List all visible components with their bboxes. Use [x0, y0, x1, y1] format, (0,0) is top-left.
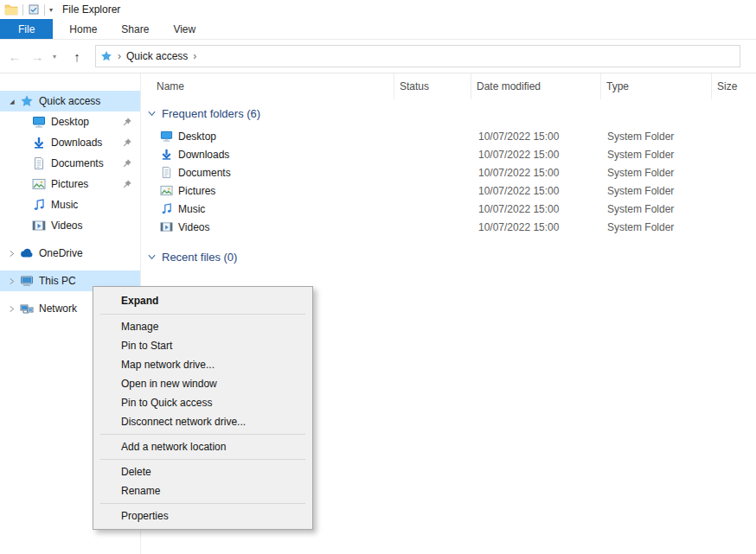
breadcrumb-chevron-icon[interactable]: › — [193, 50, 196, 62]
file-row-music[interactable]: Music10/07/2022 15:00System Folder — [141, 200, 756, 218]
column-header-type[interactable]: Type — [601, 73, 712, 99]
context-menu-item-expand[interactable]: Expand — [93, 290, 312, 311]
file-row-desktop[interactable]: Desktop10/07/2022 15:00System Folder — [141, 127, 756, 145]
sidebar-item-documents[interactable]: Documents — [0, 153, 140, 174]
recent-locations-dropdown-icon[interactable]: ▾ — [48, 53, 61, 60]
column-header-size[interactable]: Size — [712, 73, 756, 99]
network-icon — [20, 302, 34, 315]
cell-date: 10/07/2022 15:00 — [473, 131, 602, 143]
cell-name: Pictures — [141, 184, 397, 197]
chevron-collapsed-icon[interactable] — [6, 276, 16, 286]
tab-file[interactable]: File — [0, 19, 53, 39]
chevron-placeholder — [18, 179, 29, 189]
file-explorer-app-icon — [4, 3, 18, 16]
chevron-collapsed-icon[interactable] — [6, 248, 16, 258]
pictures-icon — [160, 184, 173, 197]
context-menu: ExpandManagePin to StartMap network driv… — [93, 286, 313, 530]
address-bar: ← → ▾ ↑ › Quick access › — [0, 40, 756, 73]
videos-icon — [32, 219, 46, 232]
sidebar-item-onedrive[interactable]: OneDrive — [0, 243, 140, 264]
context-menu-item-add-a-network-location[interactable]: Add a network location — [93, 437, 312, 456]
quick-access-icon — [100, 50, 112, 62]
column-header-date-modified[interactable]: Date modified — [471, 73, 601, 99]
desktop-icon — [160, 130, 173, 143]
up-button[interactable]: ↑ — [66, 49, 88, 64]
documents-icon — [32, 156, 46, 170]
breadcrumb-chevron-icon[interactable]: › — [118, 50, 121, 62]
group-collapse-icon[interactable] — [147, 109, 157, 118]
context-menu-item-map-network-drive[interactable]: Map network drive... — [93, 355, 312, 374]
context-menu-item-delete[interactable]: Delete — [93, 462, 312, 481]
group-header-frequent-folders[interactable]: Frequent folders (6) — [141, 99, 756, 127]
context-menu-item-open-in-new-window[interactable]: Open in new window — [93, 374, 312, 393]
pin-icon — [122, 158, 132, 169]
chevron-placeholder — [18, 117, 29, 127]
file-row-documents[interactable]: Documents10/07/2022 15:00System Folder — [141, 163, 756, 181]
file-rows: Desktop10/07/2022 15:00System FolderDown… — [141, 127, 756, 236]
downloads-icon — [160, 148, 173, 161]
desktop-icon — [32, 115, 46, 129]
music-icon — [160, 202, 173, 215]
column-header-status[interactable]: Status — [394, 73, 471, 99]
context-menu-item-properties[interactable]: Properties — [93, 506, 312, 525]
sidebar-item-label: Videos — [51, 220, 140, 232]
cell-type: System Folder — [602, 203, 712, 215]
chevron-placeholder — [18, 220, 29, 231]
column-headers: NameStatusDate modifiedTypeSize — [141, 73, 756, 99]
forward-button[interactable]: → — [26, 49, 48, 64]
cell-date: 10/07/2022 15:00 — [473, 185, 602, 197]
sidebar-item-quick-access[interactable]: Quick access — [0, 91, 140, 111]
file-row-pictures[interactable]: Pictures10/07/2022 15:00System Folder — [141, 181, 756, 200]
file-row-downloads[interactable]: Downloads10/07/2022 15:00System Folder — [141, 145, 756, 163]
context-menu-item-pin-to-quick-access[interactable]: Pin to Quick access — [93, 393, 312, 412]
sidebar-item-label: Quick access — [39, 95, 140, 107]
cell-type: System Folder — [602, 167, 712, 179]
pin-icon — [122, 179, 132, 189]
cell-name: Desktop — [141, 130, 397, 143]
videos-icon — [160, 220, 173, 233]
file-name: Pictures — [178, 185, 215, 197]
menu-separator — [100, 434, 305, 435]
cell-name: Downloads — [141, 148, 397, 161]
file-name: Downloads — [178, 149, 229, 161]
back-button[interactable]: ← — [3, 49, 26, 64]
sidebar-item-music[interactable]: Music — [0, 194, 140, 215]
column-header-name[interactable]: Name — [141, 73, 394, 99]
chevron-expanded-icon[interactable] — [6, 96, 16, 106]
context-menu-item-disconnect-network-drive[interactable]: Disconnect network drive... — [93, 412, 312, 431]
sidebar-item-label: This PC — [39, 275, 140, 287]
sidebar-item-label: OneDrive — [39, 247, 140, 259]
context-menu-item-manage[interactable]: Manage — [93, 317, 312, 336]
chevron-collapsed-icon[interactable] — [6, 303, 16, 314]
properties-button[interactable] — [28, 3, 40, 16]
cell-name: Videos — [141, 220, 397, 233]
toolbar-divider — [22, 4, 23, 16]
group-label: Recent files (0) — [162, 251, 237, 264]
group-header-recent-files[interactable]: Recent files (0) — [141, 243, 756, 271]
sidebar-item-label: Downloads — [51, 137, 122, 149]
tab-share[interactable]: Share — [109, 19, 161, 39]
tab-home[interactable]: Home — [57, 19, 109, 39]
tab-view[interactable]: View — [161, 19, 208, 39]
chevron-placeholder — [18, 158, 29, 169]
group-collapse-icon[interactable] — [147, 252, 157, 262]
cell-name: Documents — [141, 166, 397, 179]
cell-date: 10/07/2022 15:00 — [473, 149, 602, 161]
cell-type: System Folder — [602, 149, 712, 161]
customize-toolbar-dropdown-icon[interactable]: ▾ — [49, 6, 53, 14]
toolbar-divider — [44, 4, 45, 16]
cell-type: System Folder — [602, 221, 712, 233]
breadcrumb-segment[interactable]: Quick access — [126, 50, 188, 62]
sidebar-item-videos[interactable]: Videos — [0, 215, 140, 236]
sidebar-item-desktop[interactable]: Desktop — [0, 111, 140, 132]
sidebar-item-downloads[interactable]: Downloads — [0, 132, 140, 153]
cell-date: 10/07/2022 15:00 — [473, 203, 602, 215]
cell-type: System Folder — [602, 131, 712, 143]
context-menu-item-pin-to-start[interactable]: Pin to Start — [93, 336, 312, 355]
cell-name: Music — [141, 202, 397, 215]
address-input[interactable]: › Quick access › — [95, 45, 740, 67]
file-row-videos[interactable]: Videos10/07/2022 15:00System Folder — [141, 218, 756, 236]
sidebar-item-pictures[interactable]: Pictures — [0, 174, 140, 194]
titlebar: ▾ File Explorer — [0, 0, 756, 19]
context-menu-item-rename[interactable]: Rename — [93, 481, 312, 500]
